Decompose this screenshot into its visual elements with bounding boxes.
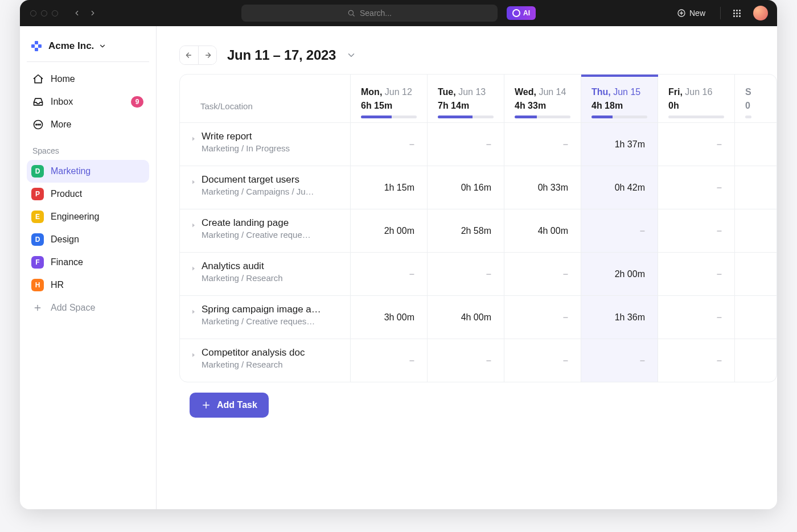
date-range-picker[interactable]	[346, 50, 356, 60]
time-cell[interactable]: –	[351, 123, 428, 166]
task-cell[interactable]: Spring campaign image a… Marketing / Cre…	[180, 296, 351, 339]
apps-grid-button[interactable]	[730, 9, 744, 18]
new-button[interactable]: New	[673, 8, 709, 18]
timesheet: Task/Location Mon, Jun 12 6h 15m Tue, Ju…	[179, 74, 777, 382]
time-cell[interactable]: –	[428, 123, 504, 166]
time-cell[interactable]: –	[658, 339, 735, 382]
task-cell[interactable]: Create landing page Marketing / Creative…	[180, 209, 351, 252]
time-cell[interactable]	[735, 209, 758, 252]
nav-back-button[interactable]	[69, 6, 84, 20]
time-cell[interactable]: –	[658, 253, 735, 295]
task-row: Spring campaign image a… Marketing / Cre…	[180, 295, 777, 339]
time-cell[interactable]: 0h 33m	[504, 166, 581, 209]
time-cell[interactable]	[735, 166, 758, 209]
task-row: Analytics audit Marketing / Research–––2…	[180, 252, 777, 295]
caret-right-icon[interactable]	[190, 134, 197, 145]
prev-week-button[interactable]	[180, 46, 198, 64]
sidebar-space-finance[interactable]: FFinance	[27, 251, 149, 274]
search-icon	[347, 9, 355, 17]
add-task-button[interactable]: Add Task	[190, 393, 269, 418]
caret-right-icon[interactable]	[190, 264, 197, 274]
next-week-button[interactable]	[198, 46, 216, 64]
nav-history	[69, 6, 100, 20]
ai-button[interactable]: AI	[507, 6, 536, 20]
time-cell[interactable]: 1h 37m	[581, 123, 658, 166]
task-row: Document target users Marketing / Campai…	[180, 166, 777, 209]
space-chip: E	[31, 211, 44, 223]
time-cell[interactable]: –	[658, 296, 735, 339]
time-cell[interactable]: –	[658, 166, 735, 209]
task-path: Marketing / Research	[202, 273, 343, 283]
svg-line-1	[353, 15, 355, 17]
time-cell[interactable]: –	[428, 253, 504, 295]
time-cell[interactable]	[735, 253, 758, 295]
time-cell[interactable]: –	[581, 209, 658, 252]
time-cell[interactable]: –	[351, 253, 428, 295]
time-cell[interactable]: 0h 42m	[581, 166, 658, 209]
svg-marker-15	[192, 224, 195, 228]
time-cell[interactable]: 2h 00m	[351, 209, 428, 252]
time-cell[interactable]: 4h 00m	[504, 209, 581, 252]
caret-right-icon[interactable]	[190, 307, 197, 317]
time-cell[interactable]: –	[428, 339, 504, 382]
time-cell[interactable]: 4h 00m	[428, 296, 504, 339]
workspace-switcher[interactable]: Acme Inc.	[27, 35, 149, 62]
add-space-button[interactable]: Add Space	[27, 296, 149, 319]
plus-icon	[31, 302, 44, 314]
time-cell[interactable]: –	[581, 339, 658, 382]
time-cell[interactable]: 3h 00m	[351, 296, 428, 339]
time-cell[interactable]: 1h 36m	[581, 296, 658, 339]
profile-avatar-button[interactable]	[750, 5, 771, 21]
main: Jun 11 – 17, 2023 Task/Location Mon, Jun…	[157, 26, 777, 509]
time-cell[interactable]: 2h 00m	[581, 253, 658, 295]
task-cell[interactable]: Document target users Marketing / Campai…	[180, 166, 351, 209]
sidebar-space-design[interactable]: DDesign	[27, 228, 149, 251]
time-cell[interactable]: –	[658, 123, 735, 166]
time-cell[interactable]	[735, 123, 758, 166]
nav-forward-button[interactable]	[85, 6, 100, 20]
task-cell[interactable]: Competitor analysis doc Marketing / Rese…	[180, 339, 351, 382]
caret-right-icon[interactable]	[190, 221, 197, 231]
window-controls[interactable]	[30, 10, 58, 17]
column-day-1: Tue, Jun 13 7h 14m	[428, 75, 504, 122]
time-cell[interactable]: –	[504, 123, 581, 166]
inbox-badge: 9	[131, 96, 143, 108]
sidebar-item-inbox[interactable]: Inbox 9	[27, 90, 149, 113]
sidebar-space-product[interactable]: PProduct	[27, 183, 149, 205]
time-cell[interactable]: –	[351, 339, 428, 382]
time-cell[interactable]	[735, 339, 758, 382]
caret-right-icon[interactable]	[190, 178, 197, 188]
column-day-4: Fri, Jun 16 0h	[658, 75, 735, 122]
task-row: Create landing page Marketing / Creative…	[180, 209, 777, 252]
task-name: Document target users	[202, 174, 343, 185]
time-cell[interactable]: –	[504, 253, 581, 295]
sidebar-space-marketing[interactable]: DMarketing	[27, 160, 149, 183]
sidebar-item-home[interactable]: Home	[27, 68, 149, 90]
task-cell[interactable]: Write report Marketing / In Progress	[180, 123, 351, 166]
svg-marker-14	[192, 180, 195, 184]
caret-right-icon[interactable]	[190, 350, 197, 361]
svg-marker-16	[192, 267, 195, 271]
time-cell[interactable]: –	[658, 209, 735, 252]
search-input[interactable]: Search...	[241, 5, 498, 22]
space-label: Engineering	[51, 212, 99, 222]
time-cell[interactable]: 2h 58m	[428, 209, 504, 252]
task-cell[interactable]: Analytics audit Marketing / Research	[180, 253, 351, 295]
chevron-down-icon	[346, 50, 356, 60]
spaces-list: DMarketingPProductEEngineeringDDesignFFi…	[27, 160, 149, 296]
time-cell[interactable]: –	[504, 296, 581, 339]
sidebar-item-more[interactable]: More	[27, 113, 149, 136]
svg-marker-17	[192, 310, 195, 314]
column-day-3: Thu, Jun 15 4h 18m	[581, 75, 658, 122]
time-cell[interactable]: –	[504, 339, 581, 382]
sidebar: Acme Inc. Home Inbox 9 More Spaces DMark…	[20, 26, 157, 509]
sidebar-space-engineering[interactable]: EEngineering	[27, 205, 149, 228]
plus-icon	[201, 400, 211, 410]
column-task-header: Task/Location	[180, 75, 351, 122]
sidebar-space-hr[interactable]: HHR	[27, 274, 149, 296]
task-name: Competitor analysis doc	[202, 347, 343, 358]
time-cell[interactable]: 0h 16m	[428, 166, 504, 209]
time-cell[interactable]	[735, 296, 758, 339]
svg-marker-13	[192, 137, 195, 141]
time-cell[interactable]: 1h 15m	[351, 166, 428, 209]
